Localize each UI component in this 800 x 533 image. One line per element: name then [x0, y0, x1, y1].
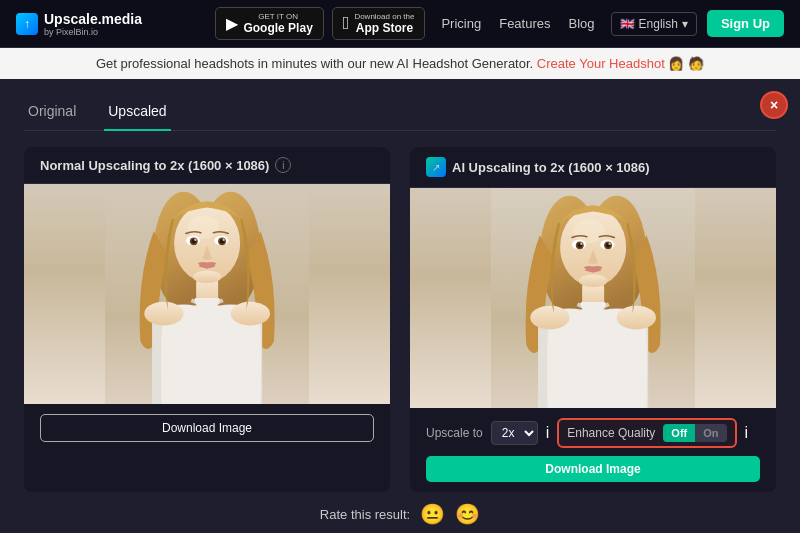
svg-point-5: [187, 215, 218, 239]
normal-panel-title: Normal Upscaling to 2x (1600 × 1086): [40, 158, 269, 173]
upscale-label: Upscale to: [426, 426, 483, 440]
app-store-title: App Store: [356, 21, 413, 35]
tab-original[interactable]: Original: [24, 95, 80, 131]
language-selector[interactable]: 🇬🇧 English ▾: [611, 12, 697, 36]
normal-panel: Normal Upscaling to 2x (1600 × 1086) i: [24, 147, 390, 492]
google-play-sub: GET IT ON: [243, 12, 312, 21]
logo-area: ↑ Upscale.media by PixelBin.io: [16, 10, 142, 37]
google-play-text: GET IT ON Google Play: [243, 12, 312, 35]
main-content: × Original Upscaled Normal Upscaling to …: [0, 79, 800, 533]
apple-icon: : [343, 13, 350, 34]
app-store-button[interactable]:  Download on the App Store: [332, 7, 426, 40]
svg-point-22: [573, 219, 604, 243]
logo-icon: ↑: [16, 13, 38, 35]
enhance-info-icon[interactable]: i: [745, 424, 749, 442]
svg-point-32: [530, 306, 569, 330]
upscale-select[interactable]: 2x: [491, 421, 538, 445]
announcement-emoji2: 🧑: [688, 56, 704, 71]
comparison-panels: Normal Upscaling to 2x (1600 × 1086) i: [24, 147, 776, 492]
normal-info-icon[interactable]: i: [275, 157, 291, 173]
normal-download-button[interactable]: Download Image: [40, 414, 374, 442]
svg-point-21: [560, 208, 626, 287]
svg-point-15: [144, 302, 183, 326]
svg-point-9: [194, 239, 196, 241]
announcement-emoji1: 👩: [668, 56, 684, 71]
chevron-down-icon: ▾: [682, 17, 688, 31]
rating-bar: Rate this result: 😐 😊: [24, 492, 776, 533]
close-button[interactable]: ×: [760, 91, 788, 119]
flag-icon: 🇬🇧: [620, 17, 635, 31]
toggle-off-button[interactable]: Off: [663, 424, 695, 442]
nav-features[interactable]: Features: [499, 16, 550, 31]
ai-panel-title: AI Upscaling to 2x (1600 × 1086): [452, 160, 650, 175]
ai-download-button[interactable]: Download Image: [426, 456, 760, 482]
normal-panel-footer: Download Image: [24, 404, 390, 452]
svg-point-16: [231, 302, 270, 326]
svg-point-31: [579, 274, 607, 287]
google-play-title: Google Play: [243, 21, 312, 35]
ai-panel-footer: Upscale to 2x i Enhance Quality Off On i: [410, 408, 776, 492]
ai-image-container: [410, 188, 776, 408]
rating-neutral-button[interactable]: 😐: [420, 502, 445, 526]
rating-happy-button[interactable]: 😊: [455, 502, 480, 526]
normal-image-container: [24, 184, 390, 404]
tabs: Original Upscaled: [24, 95, 776, 131]
rating-label: Rate this result:: [320, 507, 410, 522]
enhance-quality-label: Enhance Quality: [567, 426, 655, 440]
normal-model-image: [105, 184, 309, 404]
normal-panel-header: Normal Upscaling to 2x (1600 × 1086) i: [24, 147, 390, 184]
announcement-bar: Get professional headshots in minutes wi…: [0, 48, 800, 79]
announcement-cta[interactable]: Create Your Headshot: [537, 56, 665, 71]
nav-links: Pricing Features Blog: [441, 16, 594, 31]
nav-pricing[interactable]: Pricing: [441, 16, 481, 31]
app-store-sub: Download on the: [354, 12, 414, 21]
svg-point-30: [608, 243, 610, 245]
logo-sub: by PixelBin.io: [44, 28, 142, 37]
svg-point-4: [174, 204, 240, 283]
logo-text-group: Upscale.media by PixelBin.io: [44, 10, 142, 37]
header: ↑ Upscale.media by PixelBin.io ▶ GET IT …: [0, 0, 800, 48]
announcement-text: Get professional headshots in minutes wi…: [96, 56, 533, 71]
language-label: English: [639, 17, 678, 31]
app-store-text: Download on the App Store: [354, 12, 414, 35]
ai-panel-controls: Upscale to 2x i Enhance Quality Off On i: [426, 418, 760, 448]
nav-blog[interactable]: Blog: [569, 16, 595, 31]
svg-point-14: [193, 270, 221, 283]
google-play-button[interactable]: ▶ GET IT ON Google Play: [215, 7, 323, 40]
google-play-icon: ▶: [226, 14, 238, 33]
ai-upscale-icon: ↗: [426, 157, 446, 177]
upscale-info-icon[interactable]: i: [546, 424, 550, 442]
toggle-on-button[interactable]: On: [695, 424, 726, 442]
svg-point-13: [222, 239, 224, 241]
svg-point-33: [617, 306, 656, 330]
app-stores: ▶ GET IT ON Google Play  Download on th…: [215, 7, 425, 40]
logo-name: Upscale.media: [44, 11, 142, 27]
ai-panel: ↗ AI Upscaling to 2x (1600 × 1086): [410, 147, 776, 492]
ai-panel-header: ↗ AI Upscaling to 2x (1600 × 1086): [410, 147, 776, 188]
toggle-group: Off On: [663, 424, 726, 442]
tab-upscaled[interactable]: Upscaled: [104, 95, 170, 131]
svg-point-26: [580, 243, 582, 245]
signup-button[interactable]: Sign Up: [707, 10, 784, 37]
ai-model-image: [491, 188, 695, 408]
enhance-quality-area: Enhance Quality Off On: [557, 418, 736, 448]
